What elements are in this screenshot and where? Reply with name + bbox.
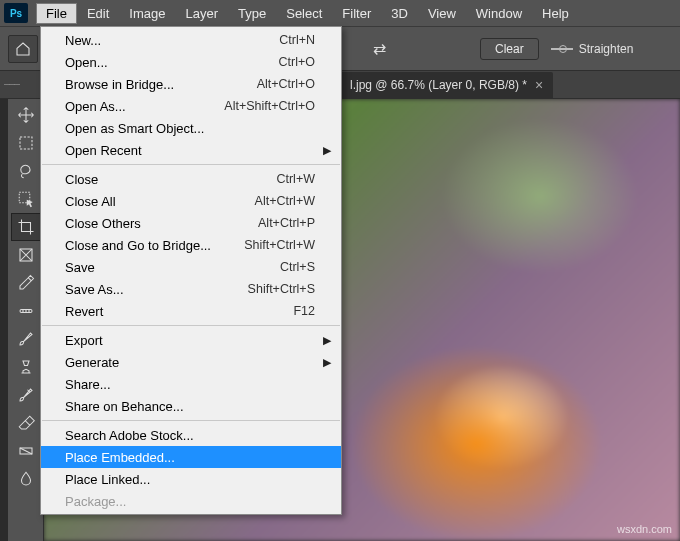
eraser-tool[interactable] xyxy=(11,409,41,437)
file-revert[interactable]: RevertF12 xyxy=(41,300,341,322)
file-package: Package... xyxy=(41,490,341,512)
crop-tool[interactable] xyxy=(11,213,41,241)
menu-3d[interactable]: 3D xyxy=(381,3,418,24)
file-new[interactable]: New...Ctrl+N xyxy=(41,29,341,51)
watermark-text: wsxdn.com xyxy=(617,523,672,535)
file-close-others[interactable]: Close OthersAlt+Ctrl+P xyxy=(41,212,341,234)
menu-edit[interactable]: Edit xyxy=(77,3,119,24)
menu-layer[interactable]: Layer xyxy=(176,3,229,24)
submenu-arrow-icon: ▶ xyxy=(323,144,331,157)
clear-button[interactable]: Clear xyxy=(480,38,539,60)
menu-separator xyxy=(42,420,340,421)
menu-help[interactable]: Help xyxy=(532,3,579,24)
menu-separator xyxy=(42,164,340,165)
menu-view[interactable]: View xyxy=(418,3,466,24)
file-menu-dropdown: New...Ctrl+N Open...Ctrl+O Browse in Bri… xyxy=(40,26,342,515)
brush-tool[interactable] xyxy=(11,325,41,353)
gradient-tool[interactable] xyxy=(11,437,41,465)
file-save[interactable]: SaveCtrl+S xyxy=(41,256,341,278)
tools-panel xyxy=(8,99,44,541)
history-brush-tool[interactable] xyxy=(11,381,41,409)
file-open[interactable]: Open...Ctrl+O xyxy=(41,51,341,73)
healing-brush-tool[interactable] xyxy=(11,297,41,325)
move-tool[interactable] xyxy=(11,101,41,129)
photoshop-window: { "menubar": { "items": ["File", "Edit",… xyxy=(0,0,680,541)
file-share-behance[interactable]: Share on Behance... xyxy=(41,395,341,417)
blur-tool[interactable] xyxy=(11,465,41,493)
file-search-adobe-stock[interactable]: Search Adobe Stock... xyxy=(41,424,341,446)
file-open-as-smart-object[interactable]: Open as Smart Object... xyxy=(41,117,341,139)
swap-icon[interactable]: ⇄ xyxy=(370,40,388,58)
menu-bar: Ps File Edit Image Layer Type Select Fil… xyxy=(0,0,680,26)
menu-file[interactable]: File xyxy=(36,3,77,24)
decorative-mark: ⎯⎯⎯ xyxy=(4,74,34,100)
file-save-as[interactable]: Save As...Shift+Ctrl+S xyxy=(41,278,341,300)
file-browse-in-bridge[interactable]: Browse in Bridge...Alt+Ctrl+O xyxy=(41,73,341,95)
file-share[interactable]: Share... xyxy=(41,373,341,395)
menu-window[interactable]: Window xyxy=(466,3,532,24)
app-logo: Ps xyxy=(4,3,28,23)
home-icon xyxy=(15,41,31,57)
frame-tool[interactable] xyxy=(11,241,41,269)
clone-stamp-tool[interactable] xyxy=(11,353,41,381)
document-tab-title: l.jpg @ 66.7% (Layer 0, RGB/8) * xyxy=(350,78,527,92)
file-open-as[interactable]: Open As...Alt+Shift+Ctrl+O xyxy=(41,95,341,117)
sidebar-gutter xyxy=(0,99,8,541)
marquee-tool[interactable] xyxy=(11,129,41,157)
submenu-arrow-icon: ▶ xyxy=(323,334,331,347)
object-select-tool[interactable] xyxy=(11,185,41,213)
menu-separator xyxy=(42,325,340,326)
submenu-arrow-icon: ▶ xyxy=(323,356,331,369)
straighten-control[interactable]: Straighten xyxy=(551,42,634,56)
file-place-linked[interactable]: Place Linked... xyxy=(41,468,341,490)
document-tab[interactable]: l.jpg @ 66.7% (Layer 0, RGB/8) * × xyxy=(340,72,553,98)
menu-filter[interactable]: Filter xyxy=(332,3,381,24)
file-open-recent[interactable]: Open Recent▶ xyxy=(41,139,341,161)
svg-rect-0 xyxy=(20,137,32,149)
menu-type[interactable]: Type xyxy=(228,3,276,24)
home-button[interactable] xyxy=(8,35,38,63)
file-close-go-to-bridge[interactable]: Close and Go to Bridge...Shift+Ctrl+W xyxy=(41,234,341,256)
menu-image[interactable]: Image xyxy=(119,3,175,24)
lasso-tool[interactable] xyxy=(11,157,41,185)
file-close[interactable]: CloseCtrl+W xyxy=(41,168,341,190)
menu-select[interactable]: Select xyxy=(276,3,332,24)
file-export[interactable]: Export▶ xyxy=(41,329,341,351)
file-generate[interactable]: Generate▶ xyxy=(41,351,341,373)
file-close-all[interactable]: Close AllAlt+Ctrl+W xyxy=(41,190,341,212)
file-place-embedded[interactable]: Place Embedded... xyxy=(41,446,341,468)
straighten-icon xyxy=(551,42,573,56)
eyedropper-tool[interactable] xyxy=(11,269,41,297)
straighten-label: Straighten xyxy=(579,42,634,56)
close-tab-icon[interactable]: × xyxy=(535,77,543,93)
